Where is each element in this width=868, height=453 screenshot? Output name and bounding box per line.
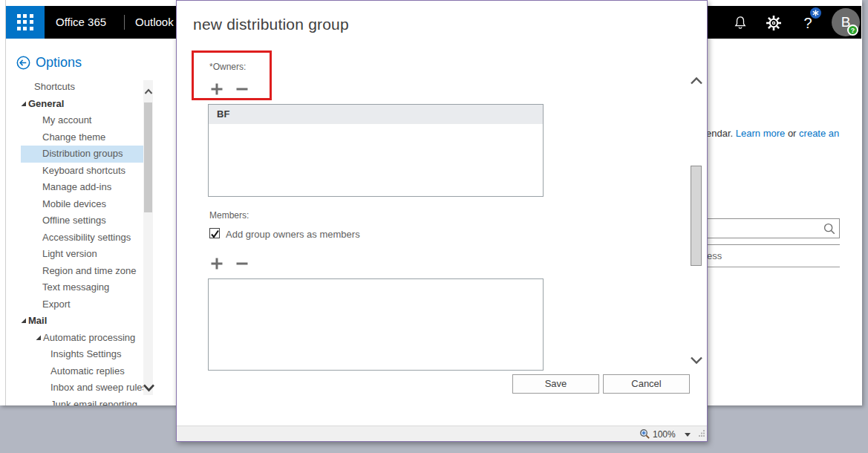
zoom-icon[interactable] xyxy=(639,428,650,443)
notifications-button[interactable] xyxy=(731,13,750,33)
sidebar-item-label: Shortcuts xyxy=(34,79,75,96)
owner-list-item[interactable]: BF xyxy=(209,105,543,124)
remove-owner-button[interactable] xyxy=(235,82,249,96)
sidebar-item-shortcuts[interactable]: Shortcuts xyxy=(6,79,143,96)
dialog-status-bar: 100% xyxy=(177,426,707,441)
sidebar-item-label: Insights Settings xyxy=(50,346,121,363)
background-divider xyxy=(698,244,840,245)
collapse-triangle-icon xyxy=(36,335,42,341)
settings-button[interactable] xyxy=(764,13,783,33)
background-divider xyxy=(698,267,840,267)
app-name: Outlook xyxy=(135,6,174,39)
dialog-scrollbar-thumb[interactable] xyxy=(691,166,702,266)
sidebar-item-general[interactable]: General xyxy=(6,96,143,113)
sidebar-scrollbar-thumb[interactable] xyxy=(144,102,152,212)
sidebar-scroll-down-icon[interactable] xyxy=(143,382,155,395)
sidebar-item-label: Light version xyxy=(42,246,97,263)
save-button[interactable]: Save xyxy=(512,374,599,394)
background-search-box xyxy=(698,218,840,238)
sidebar-item-label: Accessibility settings xyxy=(42,229,131,247)
options-sidebar: Options ShortcutsGeneralMy accountChange… xyxy=(6,39,176,405)
owners-label: *Owners: xyxy=(209,62,246,72)
sidebar-item-label: My account xyxy=(42,112,91,129)
sidebar-item-label: Region and time zone xyxy=(42,263,136,280)
sidebar-item-mobile-devices[interactable]: Mobile devices xyxy=(6,196,143,213)
sidebar-item-label: Export xyxy=(42,296,71,313)
plus-icon xyxy=(210,82,223,96)
zoom-level[interactable]: 100% xyxy=(653,429,676,440)
add-owners-as-members-checkbox[interactable] xyxy=(209,228,220,238)
dialog-title: new distribution group xyxy=(193,16,349,33)
new-distribution-group-dialog: new distribution group *Owners: BF Membe… xyxy=(176,0,708,442)
minus-icon xyxy=(235,257,249,270)
sidebar-item-manage-add-ins[interactable]: Manage add-ins xyxy=(6,179,143,196)
minus-icon xyxy=(235,82,249,96)
sidebar-item-label: Offline settings xyxy=(42,212,106,229)
sidebar-nav: ShortcutsGeneralMy accountChange themeDi… xyxy=(6,79,143,405)
gear-icon xyxy=(765,14,783,32)
sidebar-item-label: Junk email reporting xyxy=(50,397,137,406)
sidebar-item-label: Mail xyxy=(28,313,47,330)
sidebar-item-label: Automatic processing xyxy=(43,330,135,347)
dialog-scroll-up-icon[interactable] xyxy=(690,75,703,88)
background-text-fragment: endar. Learn more or create an xyxy=(706,128,839,139)
sidebar-item-junk-email-reporting[interactable]: Junk email reporting xyxy=(6,397,143,406)
question-mark-icon: ? xyxy=(803,15,812,32)
create-an-link[interactable]: create an xyxy=(799,128,839,139)
checkmark-icon xyxy=(210,229,220,239)
sidebar-item-mail[interactable]: Mail xyxy=(6,313,143,330)
dialog-scroll-down-icon[interactable] xyxy=(690,354,703,368)
sidebar-item-label: Manage add-ins xyxy=(42,179,111,196)
avatar-help-badge: ? xyxy=(847,25,858,36)
zoom-dropdown-caret-icon[interactable] xyxy=(685,433,691,437)
options-title: Options xyxy=(36,55,82,71)
sidebar-item-label: Keyboard shortcuts xyxy=(42,163,125,180)
sidebar-item-export[interactable]: Export xyxy=(6,296,143,313)
search-input[interactable] xyxy=(702,221,817,236)
collapse-triangle-icon xyxy=(21,318,27,324)
search-icon[interactable] xyxy=(823,222,836,238)
bell-icon xyxy=(732,15,748,31)
plus-icon xyxy=(210,257,223,270)
sidebar-item-label: Text messaging xyxy=(42,279,109,296)
sidebar-item-label: Inbox and sweep rules xyxy=(50,379,147,397)
cancel-button[interactable]: Cancel xyxy=(603,374,690,394)
sidebar-item-label: Mobile devices xyxy=(42,196,106,213)
sidebar-item-inbox-and-sweep-rules[interactable]: Inbox and sweep rules xyxy=(6,379,143,397)
add-owner-button[interactable] xyxy=(209,82,224,96)
remove-member-button[interactable] xyxy=(235,257,249,270)
app-launcher-button[interactable] xyxy=(6,6,45,39)
sidebar-scroll-up-icon[interactable] xyxy=(144,85,153,98)
sidebar-item-text-messaging[interactable]: Text messaging xyxy=(6,279,143,296)
options-back-header[interactable]: Options xyxy=(16,55,82,71)
background-column-fragment: ess xyxy=(707,250,722,261)
product-name[interactable]: Office 365 xyxy=(56,6,106,39)
checkbox-label: Add group owners as members xyxy=(226,229,360,240)
sidebar-item-label: Distribution groups xyxy=(42,146,123,163)
collapse-triangle-icon xyxy=(21,101,27,107)
topbar-divider xyxy=(124,15,125,30)
sidebar-item-my-account[interactable]: My account xyxy=(6,112,143,129)
resize-grip-icon[interactable] xyxy=(698,426,705,440)
sidebar-item-automatic-processing[interactable]: Automatic processing xyxy=(6,330,143,347)
sidebar-item-label: Change theme xyxy=(42,129,105,146)
learn-more-link[interactable]: Learn more xyxy=(736,128,785,139)
add-member-button[interactable] xyxy=(209,257,224,270)
owners-listbox[interactable]: BF xyxy=(208,104,544,197)
new-feature-badge-icon xyxy=(810,7,821,19)
sidebar-item-light-version[interactable]: Light version xyxy=(6,246,143,263)
sidebar-item-keyboard-shortcuts[interactable]: Keyboard shortcuts xyxy=(6,163,143,180)
sidebar-item-distribution-groups[interactable]: Distribution groups xyxy=(21,146,143,163)
sidebar-item-accessibility-settings[interactable]: Accessibility settings xyxy=(6,229,143,247)
members-label: Members: xyxy=(209,210,249,221)
sidebar-item-offline-settings[interactable]: Offline settings xyxy=(6,212,143,229)
members-listbox[interactable] xyxy=(208,278,544,371)
sidebar-item-label: Automatic replies xyxy=(50,363,125,380)
sidebar-item-automatic-replies[interactable]: Automatic replies xyxy=(6,363,143,380)
back-arrow-icon xyxy=(16,56,30,70)
sidebar-item-insights-settings[interactable]: Insights Settings xyxy=(6,346,143,363)
sidebar-item-label: General xyxy=(28,96,64,113)
sidebar-item-change-theme[interactable]: Change theme xyxy=(6,129,143,146)
waffle-icon xyxy=(17,14,33,30)
sidebar-item-region-and-time-zone[interactable]: Region and time zone xyxy=(6,263,143,280)
